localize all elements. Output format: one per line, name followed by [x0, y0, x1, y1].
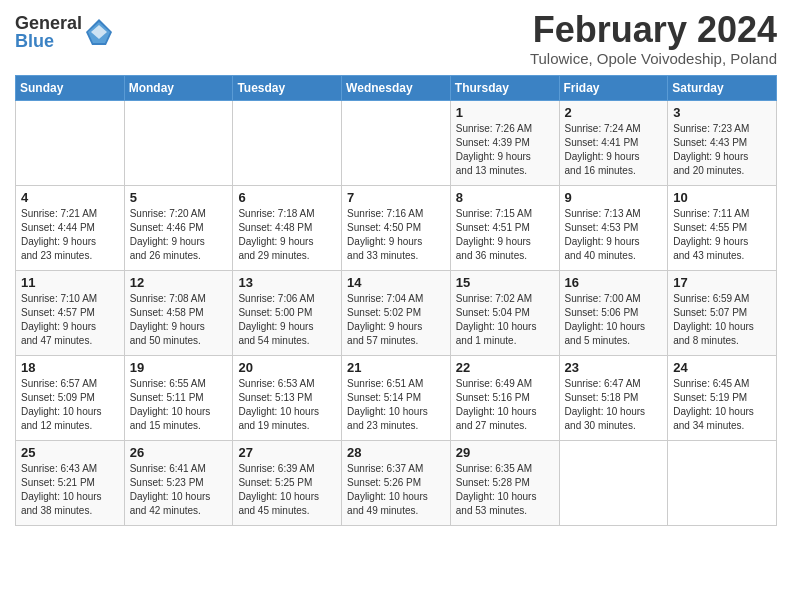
day-number: 2	[565, 105, 663, 120]
title-area: February 2024 Tulowice, Opole Voivodeshi…	[530, 10, 777, 67]
calendar-cell: 1Sunrise: 7:26 AM Sunset: 4:39 PM Daylig…	[450, 100, 559, 185]
day-number: 13	[238, 275, 336, 290]
calendar-cell: 3Sunrise: 7:23 AM Sunset: 4:43 PM Daylig…	[668, 100, 777, 185]
day-detail: Sunrise: 7:13 AM Sunset: 4:53 PM Dayligh…	[565, 207, 663, 263]
calendar-cell: 16Sunrise: 7:00 AM Sunset: 5:06 PM Dayli…	[559, 270, 668, 355]
calendar-cell: 12Sunrise: 7:08 AM Sunset: 4:58 PM Dayli…	[124, 270, 233, 355]
day-detail: Sunrise: 6:47 AM Sunset: 5:18 PM Dayligh…	[565, 377, 663, 433]
calendar-cell	[559, 440, 668, 525]
day-number: 17	[673, 275, 771, 290]
calendar-cell: 20Sunrise: 6:53 AM Sunset: 5:13 PM Dayli…	[233, 355, 342, 440]
day-detail: Sunrise: 7:23 AM Sunset: 4:43 PM Dayligh…	[673, 122, 771, 178]
calendar-cell: 25Sunrise: 6:43 AM Sunset: 5:21 PM Dayli…	[16, 440, 125, 525]
day-number: 21	[347, 360, 445, 375]
day-detail: Sunrise: 6:57 AM Sunset: 5:09 PM Dayligh…	[21, 377, 119, 433]
day-detail: Sunrise: 7:20 AM Sunset: 4:46 PM Dayligh…	[130, 207, 228, 263]
day-header-tuesday: Tuesday	[233, 75, 342, 100]
logo-blue-text: Blue	[15, 32, 82, 50]
calendar-cell: 2Sunrise: 7:24 AM Sunset: 4:41 PM Daylig…	[559, 100, 668, 185]
day-number: 24	[673, 360, 771, 375]
calendar-cell: 17Sunrise: 6:59 AM Sunset: 5:07 PM Dayli…	[668, 270, 777, 355]
calendar-cell: 21Sunrise: 6:51 AM Sunset: 5:14 PM Dayli…	[342, 355, 451, 440]
day-number: 20	[238, 360, 336, 375]
calendar-cell: 7Sunrise: 7:16 AM Sunset: 4:50 PM Daylig…	[342, 185, 451, 270]
day-detail: Sunrise: 7:08 AM Sunset: 4:58 PM Dayligh…	[130, 292, 228, 348]
calendar-cell: 5Sunrise: 7:20 AM Sunset: 4:46 PM Daylig…	[124, 185, 233, 270]
calendar-subtitle: Tulowice, Opole Voivodeship, Poland	[530, 50, 777, 67]
day-detail: Sunrise: 7:16 AM Sunset: 4:50 PM Dayligh…	[347, 207, 445, 263]
day-number: 25	[21, 445, 119, 460]
day-detail: Sunrise: 7:26 AM Sunset: 4:39 PM Dayligh…	[456, 122, 554, 178]
day-number: 4	[21, 190, 119, 205]
week-row: 1Sunrise: 7:26 AM Sunset: 4:39 PM Daylig…	[16, 100, 777, 185]
day-detail: Sunrise: 7:00 AM Sunset: 5:06 PM Dayligh…	[565, 292, 663, 348]
day-detail: Sunrise: 7:04 AM Sunset: 5:02 PM Dayligh…	[347, 292, 445, 348]
day-detail: Sunrise: 6:43 AM Sunset: 5:21 PM Dayligh…	[21, 462, 119, 518]
calendar-cell: 15Sunrise: 7:02 AM Sunset: 5:04 PM Dayli…	[450, 270, 559, 355]
day-detail: Sunrise: 7:21 AM Sunset: 4:44 PM Dayligh…	[21, 207, 119, 263]
day-header-monday: Monday	[124, 75, 233, 100]
day-number: 15	[456, 275, 554, 290]
day-detail: Sunrise: 7:24 AM Sunset: 4:41 PM Dayligh…	[565, 122, 663, 178]
day-number: 28	[347, 445, 445, 460]
day-detail: Sunrise: 7:15 AM Sunset: 4:51 PM Dayligh…	[456, 207, 554, 263]
calendar-cell: 28Sunrise: 6:37 AM Sunset: 5:26 PM Dayli…	[342, 440, 451, 525]
day-detail: Sunrise: 6:51 AM Sunset: 5:14 PM Dayligh…	[347, 377, 445, 433]
calendar-title: February 2024	[530, 10, 777, 50]
day-number: 14	[347, 275, 445, 290]
calendar-cell: 14Sunrise: 7:04 AM Sunset: 5:02 PM Dayli…	[342, 270, 451, 355]
calendar-cell: 22Sunrise: 6:49 AM Sunset: 5:16 PM Dayli…	[450, 355, 559, 440]
calendar-cell: 9Sunrise: 7:13 AM Sunset: 4:53 PM Daylig…	[559, 185, 668, 270]
day-header-friday: Friday	[559, 75, 668, 100]
calendar-cell	[233, 100, 342, 185]
day-number: 19	[130, 360, 228, 375]
logo-general-text: General	[15, 14, 82, 32]
day-header-saturday: Saturday	[668, 75, 777, 100]
week-row: 18Sunrise: 6:57 AM Sunset: 5:09 PM Dayli…	[16, 355, 777, 440]
calendar-cell: 8Sunrise: 7:15 AM Sunset: 4:51 PM Daylig…	[450, 185, 559, 270]
day-number: 8	[456, 190, 554, 205]
day-detail: Sunrise: 6:35 AM Sunset: 5:28 PM Dayligh…	[456, 462, 554, 518]
day-detail: Sunrise: 6:37 AM Sunset: 5:26 PM Dayligh…	[347, 462, 445, 518]
calendar-cell: 6Sunrise: 7:18 AM Sunset: 4:48 PM Daylig…	[233, 185, 342, 270]
calendar-cell: 26Sunrise: 6:41 AM Sunset: 5:23 PM Dayli…	[124, 440, 233, 525]
day-header-thursday: Thursday	[450, 75, 559, 100]
calendar-cell: 19Sunrise: 6:55 AM Sunset: 5:11 PM Dayli…	[124, 355, 233, 440]
day-number: 11	[21, 275, 119, 290]
header-row: SundayMondayTuesdayWednesdayThursdayFrid…	[16, 75, 777, 100]
week-row: 25Sunrise: 6:43 AM Sunset: 5:21 PM Dayli…	[16, 440, 777, 525]
day-detail: Sunrise: 7:18 AM Sunset: 4:48 PM Dayligh…	[238, 207, 336, 263]
calendar-cell: 18Sunrise: 6:57 AM Sunset: 5:09 PM Dayli…	[16, 355, 125, 440]
calendar-cell: 10Sunrise: 7:11 AM Sunset: 4:55 PM Dayli…	[668, 185, 777, 270]
day-detail: Sunrise: 6:55 AM Sunset: 5:11 PM Dayligh…	[130, 377, 228, 433]
day-detail: Sunrise: 6:49 AM Sunset: 5:16 PM Dayligh…	[456, 377, 554, 433]
day-number: 7	[347, 190, 445, 205]
day-number: 6	[238, 190, 336, 205]
day-number: 10	[673, 190, 771, 205]
calendar-cell: 23Sunrise: 6:47 AM Sunset: 5:18 PM Dayli…	[559, 355, 668, 440]
week-row: 11Sunrise: 7:10 AM Sunset: 4:57 PM Dayli…	[16, 270, 777, 355]
day-number: 9	[565, 190, 663, 205]
day-number: 26	[130, 445, 228, 460]
day-number: 23	[565, 360, 663, 375]
day-detail: Sunrise: 7:06 AM Sunset: 5:00 PM Dayligh…	[238, 292, 336, 348]
day-header-sunday: Sunday	[16, 75, 125, 100]
calendar-cell	[124, 100, 233, 185]
day-number: 5	[130, 190, 228, 205]
day-detail: Sunrise: 7:10 AM Sunset: 4:57 PM Dayligh…	[21, 292, 119, 348]
day-detail: Sunrise: 6:59 AM Sunset: 5:07 PM Dayligh…	[673, 292, 771, 348]
calendar-cell: 11Sunrise: 7:10 AM Sunset: 4:57 PM Dayli…	[16, 270, 125, 355]
calendar-cell	[342, 100, 451, 185]
day-number: 1	[456, 105, 554, 120]
day-detail: Sunrise: 6:39 AM Sunset: 5:25 PM Dayligh…	[238, 462, 336, 518]
day-number: 12	[130, 275, 228, 290]
calendar-cell	[16, 100, 125, 185]
day-number: 16	[565, 275, 663, 290]
week-row: 4Sunrise: 7:21 AM Sunset: 4:44 PM Daylig…	[16, 185, 777, 270]
calendar-cell: 13Sunrise: 7:06 AM Sunset: 5:00 PM Dayli…	[233, 270, 342, 355]
calendar-cell: 4Sunrise: 7:21 AM Sunset: 4:44 PM Daylig…	[16, 185, 125, 270]
day-number: 3	[673, 105, 771, 120]
calendar-cell: 27Sunrise: 6:39 AM Sunset: 5:25 PM Dayli…	[233, 440, 342, 525]
day-detail: Sunrise: 7:11 AM Sunset: 4:55 PM Dayligh…	[673, 207, 771, 263]
calendar-cell	[668, 440, 777, 525]
